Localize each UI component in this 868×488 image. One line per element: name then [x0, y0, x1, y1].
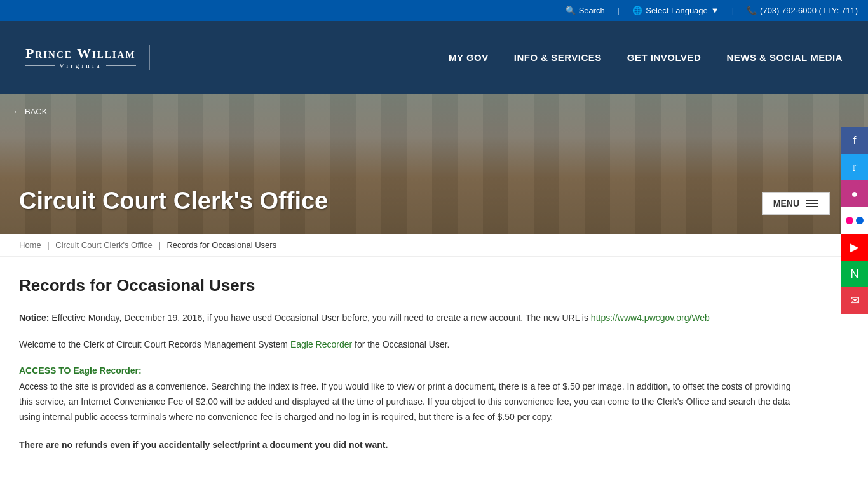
search-icon: 🔍 [566, 6, 576, 15]
flickr-icon [846, 217, 864, 224]
hero-title: Circuit Court Clerk's Office [19, 187, 328, 215]
dropdown-icon: ▼ [711, 6, 719, 15]
separator: | [618, 6, 620, 15]
instagram-button[interactable]: ● [841, 180, 868, 207]
intro-paragraph: Welcome to the Clerk of Circuit Court Re… [19, 337, 794, 353]
menu-icon [806, 200, 818, 207]
youtube-icon: ▶ [850, 240, 859, 254]
notice-url[interactable]: https://www4.pwcgov.org/Web [591, 313, 710, 323]
header: Prince William Virginia MY GOV INFO & SE… [0, 21, 868, 94]
access-heading: ACCESS TO Eagle Recorder: [19, 365, 794, 376]
intro-before: Welcome to the Clerk of Circuit Court Re… [19, 339, 290, 349]
facebook-button[interactable]: f [841, 127, 868, 154]
nav-news[interactable]: NEWS & SOCIAL MEDIA [726, 52, 843, 63]
twitter-button[interactable]: 𝕣 [841, 154, 868, 180]
eagle-recorder-link[interactable]: Eagle Recorder [290, 339, 352, 349]
intro-after: for the Occasional User. [352, 339, 449, 349]
arrow-left-icon: ← [13, 107, 21, 116]
menu-label: MENU [773, 198, 799, 208]
access-section: ACCESS TO Eagle Recorder: Access to the … [19, 365, 794, 424]
search-label: Search [579, 6, 605, 15]
breadcrumb-sep2: | [158, 240, 160, 250]
nextdoor-button[interactable]: N [841, 261, 868, 287]
site-logo[interactable]: Prince William Virginia [25, 45, 150, 71]
instagram-icon: ● [851, 187, 858, 201]
separator2: | [732, 6, 734, 15]
social-sidebar: f 𝕣 ● ▶ N ✉ [841, 127, 868, 314]
notice-block: Notice: Effective Monday, December 19, 2… [19, 311, 794, 325]
logo-sub-text: Virginia [25, 62, 136, 70]
phone-label: (703) 792-6000 (TTY: 711) [760, 6, 858, 15]
no-refunds-statement: There are no refunds even if you acciden… [19, 438, 794, 452]
menu-button[interactable]: MENU [762, 192, 830, 215]
language-label: Select Language [646, 6, 708, 15]
breadcrumb-home[interactable]: Home [19, 240, 41, 250]
breadcrumb: Home | Circuit Court Clerk's Office | Re… [0, 234, 868, 257]
back-link[interactable]: ← BACK [13, 107, 47, 116]
breadcrumb-parent[interactable]: Circuit Court Clerk's Office [55, 240, 153, 250]
phone-link[interactable]: 📞 (703) 792-6000 (TTY: 711) [747, 6, 858, 15]
access-body: Access to the site is provided as a conv… [19, 379, 794, 424]
notice-text: Effective Monday, December 19, 2016, if … [51, 313, 588, 323]
globe-icon: 🌐 [632, 6, 642, 15]
facebook-icon: f [853, 134, 856, 147]
flickr-button[interactable] [841, 207, 868, 234]
back-label: BACK [25, 107, 47, 116]
page-title: Records for Occasional Users [19, 276, 794, 295]
top-bar: 🔍 Search | 🌐 Select Language ▼ | 📞 (703)… [0, 0, 868, 21]
breadcrumb-current: Records for Occasional Users [166, 240, 276, 250]
breadcrumb-sep1: | [47, 240, 49, 250]
email-button[interactable]: ✉ [841, 287, 868, 314]
logo-main-text: Prince William [25, 45, 136, 62]
phone-icon: 📞 [747, 6, 757, 15]
main-content: Records for Occasional Users Notice: Eff… [0, 257, 813, 471]
main-nav: MY GOV INFO & SERVICES GET INVOLVED NEWS… [423, 52, 843, 63]
email-icon: ✉ [850, 294, 860, 308]
nav-get-involved[interactable]: GET INVOLVED [627, 52, 702, 63]
hero-section: ← BACK Circuit Court Clerk's Office MENU [0, 94, 868, 234]
nextdoor-icon: N [851, 268, 859, 281]
youtube-button[interactable]: ▶ [841, 234, 868, 261]
notice-label: Notice: [19, 313, 49, 323]
twitter-icon: 𝕣 [852, 160, 858, 174]
nav-mygov[interactable]: MY GOV [449, 52, 489, 63]
nav-info-services[interactable]: INFO & SERVICES [514, 52, 602, 63]
search-button[interactable]: 🔍 Search [566, 6, 605, 15]
language-selector[interactable]: 🌐 Select Language ▼ [632, 6, 719, 15]
